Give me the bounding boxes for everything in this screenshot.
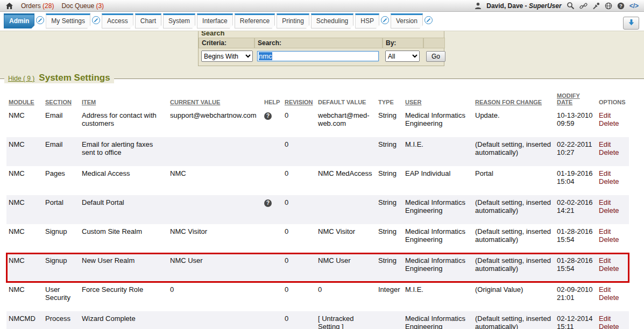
- cell-revision: 0: [282, 282, 316, 311]
- tab-hsp[interactable]: HSP: [355, 13, 379, 28]
- column-header-current-value[interactable]: CURRENT VALUE: [168, 91, 262, 108]
- edit-link[interactable]: Edit: [599, 198, 627, 206]
- edit-link[interactable]: Edit: [599, 314, 627, 323]
- tab-system[interactable]: System: [163, 13, 195, 28]
- cell-date: 01-28-2016 15:54: [555, 253, 597, 282]
- delete-link[interactable]: Delete: [599, 235, 627, 244]
- cell-options: EditDelete: [597, 282, 629, 311]
- edit-link[interactable]: Edit: [599, 169, 627, 177]
- cell-user: M.I.E.: [403, 137, 473, 166]
- tab-edit-pencil-icon[interactable]: [36, 16, 44, 24]
- criteria-select[interactable]: Begins With: [201, 51, 253, 62]
- cell-options: EditDelete: [597, 224, 629, 253]
- table-row: NMCEmailEmail for alerting faxes sent to…: [6, 137, 629, 166]
- cell-item: New User Realm: [80, 253, 168, 282]
- tab-scheduling[interactable]: Scheduling: [311, 13, 353, 28]
- hide-link[interactable]: Hide ( 9 ): [8, 75, 34, 82]
- cell-options: EditDelete: [597, 108, 629, 137]
- table-row: NMCSignupNew User RealmNMC User0NMC User…: [6, 253, 629, 282]
- criteria-cell: Begins With: [199, 48, 254, 66]
- link-icon[interactable]: [579, 2, 588, 10]
- column-header-revision[interactable]: REVISION: [282, 91, 316, 108]
- tab-version[interactable]: Version: [391, 13, 423, 28]
- go-button[interactable]: Go: [426, 51, 445, 62]
- table-header-row: MODULESECTIONITEMCURRENT VALUEHELPREVISI…: [6, 91, 629, 108]
- column-header-item[interactable]: ITEM: [80, 91, 168, 108]
- tab-reference[interactable]: Reference: [235, 13, 275, 28]
- tab-chart[interactable]: Chart: [135, 13, 161, 28]
- doc-queue-count: (3): [96, 2, 104, 10]
- delete-link[interactable]: Delete: [599, 264, 627, 273]
- cell-options: EditDelete: [597, 253, 629, 282]
- cell-section: Email: [43, 108, 80, 137]
- orders-link[interactable]: Orders (28): [21, 2, 54, 10]
- search-cell: nmc: [254, 48, 383, 66]
- by-cell: All: [383, 48, 423, 66]
- help-icon[interactable]: ?: [617, 2, 625, 10]
- settings-table: MODULESECTIONITEMCURRENT VALUEHELPREVISI…: [6, 91, 629, 329]
- cell-type: Integer: [376, 282, 403, 311]
- tab-label: Reference: [240, 17, 270, 25]
- delete-link[interactable]: Delete: [599, 119, 627, 127]
- globe-icon[interactable]: [605, 2, 612, 10]
- tab-interface[interactable]: Interface: [197, 13, 233, 28]
- tab-strip: AdminMy SettingsAccessChartSystemInterfa…: [0, 12, 644, 31]
- tab-edit-pencil-icon[interactable]: [381, 16, 389, 24]
- topbar-right-group: David, Dave - SuperUser ? </>: [475, 2, 639, 10]
- cell-item: Medical Access: [80, 166, 168, 195]
- tab-access[interactable]: Access: [102, 13, 133, 28]
- tab-label: Chart: [140, 17, 156, 25]
- scroll-down-button[interactable]: [623, 17, 639, 30]
- cell-section: Signup: [43, 253, 80, 282]
- delete-link[interactable]: Delete: [599, 206, 627, 214]
- cell-revision: 0: [282, 195, 316, 224]
- home-icon[interactable]: [5, 2, 13, 10]
- code-icon[interactable]: </>: [629, 2, 639, 10]
- column-header-reason-for-change[interactable]: REASON FOR CHANGE: [473, 91, 555, 108]
- cell-current-value: [168, 311, 262, 329]
- system-settings-section: Hide ( 9 ) System Settings MODULESECTION…: [0, 78, 644, 329]
- delete-link[interactable]: Delete: [599, 177, 627, 185]
- column-header-help: HELP: [262, 91, 282, 108]
- go-cell: Go: [423, 48, 445, 66]
- by-select[interactable]: All: [385, 51, 420, 62]
- cell-revision: 0: [282, 224, 316, 253]
- tab-bar: AdminMy SettingsAccessChartSystemInterfa…: [4, 13, 433, 28]
- tab-my-settings[interactable]: My Settings: [46, 13, 90, 28]
- search-panel-grid: Criteria: Search: By: Begins With nmc Al…: [199, 38, 444, 66]
- go-header-cell: [423, 38, 445, 48]
- column-header-modify-date[interactable]: MODIFY DATE: [555, 91, 597, 108]
- edit-link[interactable]: Edit: [599, 140, 627, 148]
- search-icon[interactable]: [567, 2, 575, 10]
- cell-default-value: NMC User: [316, 253, 376, 282]
- cell-reason: (Original Value): [473, 282, 555, 311]
- delete-link[interactable]: Delete: [599, 294, 627, 302]
- column-header-user[interactable]: USER: [403, 91, 473, 108]
- help-icon[interactable]: ?: [264, 199, 272, 207]
- column-header-type: TYPE: [376, 91, 403, 108]
- edit-link[interactable]: Edit: [599, 227, 627, 235]
- tab-edit-pencil-icon[interactable]: [92, 16, 100, 24]
- edit-link[interactable]: Edit: [599, 256, 627, 264]
- column-header-module[interactable]: MODULE: [6, 91, 43, 108]
- tab-edit-pencil-icon[interactable]: [424, 16, 433, 24]
- search-input[interactable]: nmc: [257, 51, 379, 61]
- content-band: Search Criteria: Search: By: Begins With…: [0, 31, 644, 78]
- column-header-section[interactable]: SECTION: [43, 91, 80, 108]
- help-icon[interactable]: ?: [264, 112, 272, 120]
- cell-user: Medical Informatics Engineering: [403, 224, 473, 253]
- cell-options: EditDelete: [597, 166, 629, 195]
- table-row: NMCPagesMedical AccessNMC0NMC MedAccessS…: [6, 166, 629, 195]
- dropper-icon[interactable]: [592, 2, 600, 10]
- cell-current-value: NMC: [168, 166, 262, 195]
- delete-link[interactable]: Delete: [599, 148, 627, 156]
- edit-link[interactable]: Edit: [599, 111, 627, 119]
- cell-type: String: [376, 195, 403, 224]
- cell-section: Portal: [43, 195, 80, 224]
- tab-admin[interactable]: Admin: [4, 13, 34, 28]
- edit-link[interactable]: Edit: [599, 285, 627, 294]
- delete-link[interactable]: Delete: [599, 323, 627, 329]
- doc-queue-link[interactable]: Doc Queue (3): [61, 2, 104, 10]
- tab-printing[interactable]: Printing: [277, 13, 309, 28]
- cell-date: 10-13-2010 09:59: [555, 108, 597, 137]
